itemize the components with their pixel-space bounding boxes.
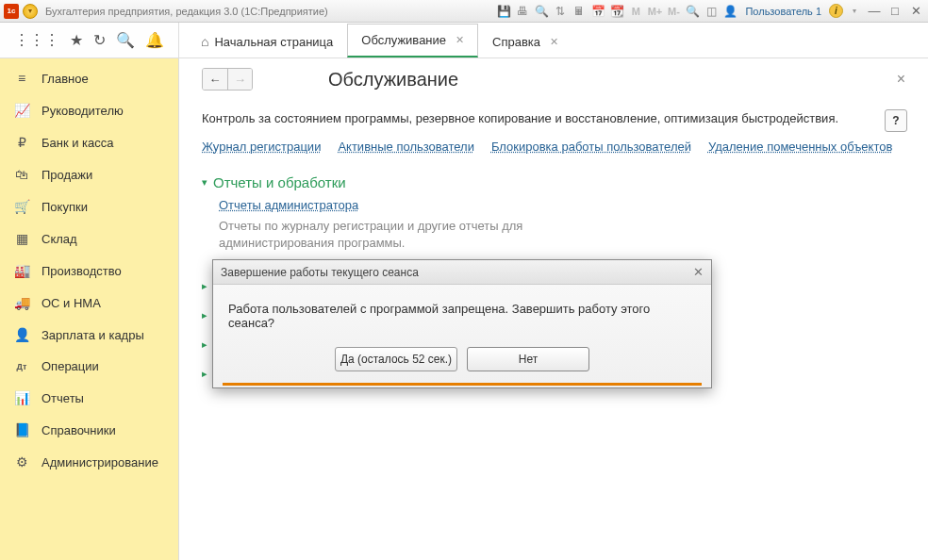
tab-help-label: Справка: [492, 35, 540, 49]
sidebar-item-label: Производство: [41, 264, 122, 278]
link-active-users[interactable]: Активные пользователи: [338, 140, 474, 154]
zoom-icon[interactable]: 🔍: [685, 4, 700, 19]
compare-icon[interactable]: ⇅: [553, 4, 568, 19]
sidebar-item-label: Склад: [41, 232, 77, 246]
link-block-users[interactable]: Блокировка работы пользователей: [491, 140, 691, 154]
memory-mminus-label[interactable]: M-: [666, 4, 681, 19]
content-close-icon[interactable]: ×: [897, 71, 905, 88]
chevron-down-icon: ▾: [202, 176, 207, 189]
tab-help[interactable]: Справка ✕: [478, 25, 572, 58]
cart-icon: 🛒: [13, 199, 30, 214]
tab-home-label: Начальная страница: [214, 35, 333, 49]
sidebar-item-purchases[interactable]: 🛒Покупки: [0, 190, 178, 222]
sidebar-item-sales[interactable]: 🛍Продажи: [0, 158, 178, 190]
save-icon[interactable]: 💾: [496, 4, 511, 19]
info-icon[interactable]: i: [829, 4, 843, 18]
chevron-right-icon: ▸: [202, 280, 207, 292]
maximize-button[interactable]: □: [887, 4, 903, 18]
dialog-titlebar[interactable]: Завершение работы текущего сеанса ✕: [213, 260, 711, 285]
search-icon[interactable]: 🔍: [116, 31, 135, 49]
sidebar-item-bank[interactable]: ₽Банк и касса: [0, 126, 178, 158]
grid-icon: ▦: [13, 231, 30, 246]
tab-help-close-icon[interactable]: ✕: [550, 36, 558, 48]
quick-icons: ⋮⋮⋮ ★ ↻ 🔍 🔔: [0, 23, 179, 58]
link-admin-reports[interactable]: Отчеты администратора: [219, 198, 358, 212]
page-description: Контроль за состоянием программы, резерв…: [202, 109, 905, 128]
help-button[interactable]: ?: [885, 109, 907, 132]
memory-m-label[interactable]: M: [628, 4, 643, 19]
user-icon: 👤: [722, 4, 737, 19]
preview-icon[interactable]: 🔍: [534, 4, 549, 19]
print-icon[interactable]: 🖶: [515, 4, 530, 19]
sidebar-item-label: Операции: [41, 359, 99, 373]
chevron-right-icon: ▸: [202, 368, 207, 380]
chevron-right-icon: ▸: [202, 338, 207, 351]
notifications-bell-icon[interactable]: 🔔: [145, 31, 164, 49]
quick-links-row: Журнал регистрации Активные пользователи…: [202, 140, 905, 154]
no-button[interactable]: Нет: [467, 347, 589, 371]
dtkt-icon: Дт: [13, 362, 30, 371]
sidebar-item-label: Покупки: [41, 200, 88, 214]
dropdown-circle-icon[interactable]: ▾: [23, 4, 38, 19]
tab-maintenance-close-icon[interactable]: ✕: [456, 34, 464, 46]
person-icon: 👤: [13, 327, 30, 342]
main-icon: ≡: [13, 71, 30, 86]
sidebar-item-label: Главное: [41, 72, 89, 86]
close-window-button[interactable]: ✕: [907, 4, 924, 18]
sidebar-item-catalog[interactable]: 📘Справочники: [0, 414, 178, 446]
main-toolbar: ⋮⋮⋮ ★ ↻ 🔍 🔔 ⌂ Начальная страница Обслужи…: [0, 23, 928, 58]
nav-arrows: ← →: [202, 68, 253, 91]
sidebar-item-label: Администрирование: [41, 455, 158, 469]
user-label[interactable]: Пользователь 1: [745, 6, 821, 17]
favorites-star-icon[interactable]: ★: [70, 31, 83, 49]
forward-button[interactable]: →: [227, 69, 252, 90]
sidebar-item-salary[interactable]: 👤Зарплата и кадры: [0, 319, 178, 351]
bag-icon: 🛍: [13, 167, 30, 182]
sidebar-item-production[interactable]: 🏭Производство: [0, 255, 178, 287]
link-delete-marked[interactable]: Удаление помеченных объектов: [708, 140, 892, 154]
yes-button[interactable]: Да (осталось 52 сек.): [335, 347, 457, 371]
home-icon: ⌂: [201, 34, 208, 49]
gear-icon: ⚙: [13, 454, 30, 469]
window-title: Бухгалтерия предприятия, редакция 3.0 (1…: [45, 6, 328, 17]
back-button[interactable]: ←: [203, 69, 227, 90]
dialog-message: Работа пользователей с программой запрещ…: [213, 285, 711, 339]
tab-maintenance-label: Обслуживание: [361, 33, 446, 47]
sidebar-item-operations[interactable]: ДтОперации: [0, 351, 178, 382]
chevron-right-icon: ▸: [202, 309, 207, 321]
truck-icon: 🚚: [13, 295, 30, 310]
sidebar-item-reports[interactable]: 📊Отчеты: [0, 382, 178, 414]
tab-home[interactable]: ⌂ Начальная страница: [187, 25, 347, 58]
sidebar-item-main[interactable]: ≡Главное: [0, 62, 178, 94]
dialog-accent-bar: [223, 383, 702, 386]
date-icon[interactable]: 📆: [609, 4, 624, 19]
sidebar-item-label: Зарплата и кадры: [41, 328, 144, 342]
sidebar-item-label: Руководителю: [41, 104, 124, 118]
memory-mplus-label[interactable]: M+: [647, 4, 662, 19]
sidebar-item-manager[interactable]: 📈Руководителю: [0, 94, 178, 126]
info-dropdown-icon[interactable]: ▾: [847, 4, 862, 19]
book-icon: 📘: [13, 422, 30, 437]
minimize-button[interactable]: —: [866, 4, 883, 18]
tabs-bar: ⌂ Начальная страница Обслуживание ✕ Спра…: [179, 23, 572, 58]
calculator-icon[interactable]: 🖩: [572, 4, 587, 19]
page-title: Обслуживание: [328, 69, 458, 91]
tab-maintenance[interactable]: Обслуживание ✕: [347, 24, 478, 58]
content-header: ← → Обслуживание ×: [202, 68, 905, 91]
dialog-title: Завершение работы текущего сеанса: [221, 266, 419, 279]
dialog-close-icon[interactable]: ✕: [693, 265, 704, 279]
sidebar-item-admin[interactable]: ⚙Администрирование: [0, 446, 178, 478]
sidebar-item-warehouse[interactable]: ▦Склад: [0, 222, 178, 255]
sidebar-item-assets[interactable]: 🚚ОС и НМА: [0, 287, 178, 319]
panels-icon[interactable]: ◫: [704, 4, 719, 19]
app-logo-icon: 1c: [4, 4, 19, 19]
section-reports-header[interactable]: ▾ Отчеты и обработки: [202, 174, 905, 190]
session-end-dialog: Завершение работы текущего сеанса ✕ Рабо…: [212, 259, 712, 388]
window-titlebar: 1c ▾ Бухгалтерия предприятия, редакция 3…: [0, 0, 928, 23]
calendar-icon[interactable]: 📅: [590, 4, 605, 19]
link-registration-log[interactable]: Журнал регистрации: [202, 140, 321, 154]
history-icon[interactable]: ↻: [93, 31, 106, 49]
barchart-icon: 📊: [13, 390, 30, 405]
chart-icon: 📈: [13, 103, 30, 118]
apps-grid-icon[interactable]: ⋮⋮⋮: [14, 31, 59, 49]
